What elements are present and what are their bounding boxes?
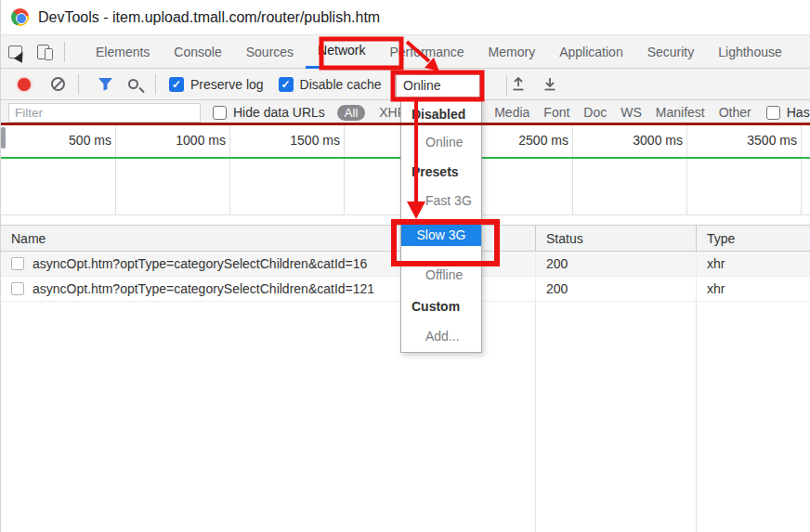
tab-console[interactable]: Console bbox=[162, 35, 233, 69]
gridline bbox=[344, 125, 345, 215]
filter-chip-media[interactable]: Media bbox=[494, 105, 529, 120]
gridline bbox=[572, 125, 573, 215]
request-status: 200 bbox=[535, 277, 696, 301]
tab-sources[interactable]: Sources bbox=[234, 35, 306, 69]
request-type: xhr bbox=[696, 252, 810, 276]
gridline bbox=[115, 125, 116, 215]
divider bbox=[64, 42, 65, 62]
tab-memory[interactable]: Memory bbox=[477, 35, 548, 69]
record-button[interactable] bbox=[18, 78, 31, 91]
device-toolbar-icon[interactable] bbox=[29, 38, 57, 66]
filter-chip-font[interactable]: Font bbox=[543, 105, 569, 120]
devtools-tab-bar: Elements Console Sources Network Perform… bbox=[1, 35, 810, 69]
blocked-cookies-label[interactable]: Has blocked cookies bbox=[787, 105, 810, 120]
menu-header-disabled: Disabled bbox=[412, 107, 465, 122]
divider bbox=[78, 74, 79, 95]
row-checkbox[interactable] bbox=[11, 282, 24, 295]
tab-application[interactable]: Application bbox=[547, 35, 635, 69]
preserve-log-label[interactable]: Preserve log bbox=[190, 77, 264, 92]
column-divider[interactable] bbox=[696, 301, 697, 532]
gridline bbox=[229, 125, 230, 215]
menu-header-presets: Presets bbox=[412, 164, 459, 179]
time-tick: 3500 ms bbox=[732, 133, 797, 148]
disable-cache-label[interactable]: Disable cache bbox=[300, 77, 382, 92]
request-name: asyncOpt.htm?optType=categorySelectChild… bbox=[33, 256, 367, 271]
column-header-status[interactable]: Status bbox=[535, 226, 696, 251]
blocked-cookies-checkbox[interactable] bbox=[766, 106, 780, 120]
filter-chip-manifest[interactable]: Manifest bbox=[656, 105, 705, 120]
menu-item-offline[interactable]: Offline bbox=[425, 267, 463, 282]
divider bbox=[506, 75, 507, 96]
row-checkbox[interactable] bbox=[11, 257, 24, 270]
tab-network[interactable]: Network bbox=[306, 35, 377, 69]
filter-chip-all[interactable]: All bbox=[337, 105, 365, 121]
column-divider[interactable] bbox=[535, 301, 536, 532]
tab-performance[interactable]: Performance bbox=[377, 35, 476, 69]
time-tick: 1500 ms bbox=[275, 133, 340, 148]
menu-item-add[interactable]: Add... bbox=[425, 329, 460, 344]
filter-chip-other[interactable]: Other bbox=[719, 105, 751, 120]
time-tick: 500 ms bbox=[46, 133, 111, 148]
import-har-icon[interactable] bbox=[511, 75, 526, 95]
chrome-logo-icon bbox=[11, 8, 29, 26]
request-name: asyncOpt.htm?optType=categorySelectChild… bbox=[33, 281, 374, 296]
throttling-dropdown[interactable]: Online bbox=[396, 74, 480, 97]
menu-item-fast-3g[interactable]: Fast 3G bbox=[425, 193, 472, 208]
window-title: DevTools - item.upload.tmall.com/router/… bbox=[38, 9, 380, 26]
filter-funnel-icon[interactable] bbox=[98, 77, 113, 91]
menu-header-custom: Custom bbox=[412, 299, 460, 314]
menu-item-online[interactable]: Online bbox=[425, 135, 463, 149]
overview-scroll-thumb[interactable] bbox=[1, 127, 6, 149]
gridline bbox=[801, 125, 802, 215]
time-tick: 1000 ms bbox=[161, 133, 226, 148]
request-type: xhr bbox=[696, 277, 810, 301]
tab-lighthouse[interactable]: Lighthouse bbox=[706, 35, 794, 69]
hide-data-urls-label[interactable]: Hide data URLs bbox=[233, 105, 325, 120]
export-har-icon[interactable] bbox=[542, 75, 557, 95]
disable-cache-checkbox[interactable]: ✓ bbox=[279, 77, 294, 92]
menu-item-slow-3g[interactable]: Slow 3G bbox=[401, 224, 481, 246]
time-tick: 2500 ms bbox=[503, 133, 568, 148]
request-status: 200 bbox=[535, 252, 696, 276]
divider bbox=[155, 74, 156, 95]
column-header-type[interactable]: Type bbox=[696, 226, 810, 251]
devtools-window: DevTools - item.upload.tmall.com/router/… bbox=[0, 0, 810, 532]
clear-icon[interactable] bbox=[51, 77, 65, 91]
filter-chip-ws[interactable]: WS bbox=[621, 105, 642, 120]
inspect-element-icon[interactable] bbox=[1, 38, 29, 66]
preserve-log-checkbox[interactable]: ✓ bbox=[169, 77, 184, 92]
filter-chip-doc[interactable]: Doc bbox=[583, 105, 607, 120]
search-icon[interactable] bbox=[128, 79, 138, 89]
time-tick: 3000 ms bbox=[618, 133, 683, 148]
gridline bbox=[686, 125, 687, 215]
title-bar: DevTools - item.upload.tmall.com/router/… bbox=[1, 0, 810, 35]
tab-elements[interactable]: Elements bbox=[84, 35, 162, 69]
throttling-menu: Disabled Online Presets Fast 3G Slow 3G … bbox=[400, 98, 482, 353]
filter-input[interactable] bbox=[8, 103, 201, 123]
hide-data-urls-checkbox[interactable] bbox=[213, 106, 227, 120]
tab-security[interactable]: Security bbox=[635, 35, 707, 69]
